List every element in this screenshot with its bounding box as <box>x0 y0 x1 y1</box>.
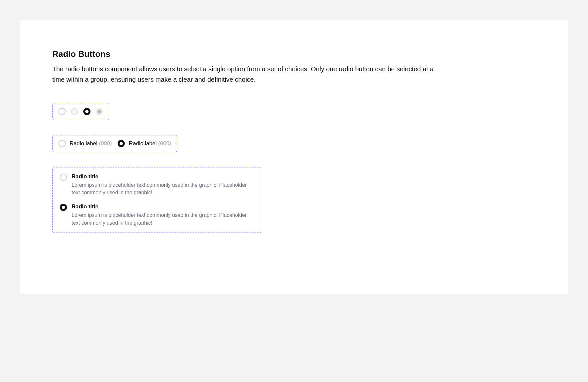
radio-label-text: Radio label <box>70 140 97 147</box>
radio-title: Radio title <box>72 203 254 210</box>
radio-label-text: Radio label <box>129 140 156 147</box>
radio-checked-disabled <box>96 108 103 115</box>
radio-option-1[interactable]: Radio label (000) <box>58 140 112 147</box>
radio-icon <box>60 204 67 211</box>
radio-label-count: (000) <box>99 140 112 147</box>
radio-titled-option-2[interactable]: Radio title Lorem ipsum is placeholder t… <box>60 203 254 226</box>
radio-label: Radio label (000) <box>129 140 171 147</box>
page-description: The radio buttons component allows users… <box>52 64 444 85</box>
radio-text-block: Radio title Lorem ipsum is placeholder t… <box>72 203 254 226</box>
radio-text-block: Radio title Lorem ipsum is placeholder t… <box>72 173 254 196</box>
page-title: Radio Buttons <box>52 49 536 59</box>
radio-icon <box>58 140 66 147</box>
radio-titled-option-1[interactable]: Radio title Lorem ipsum is placeholder t… <box>60 173 254 196</box>
radio-sublabel: Lorem ipsum is placeholder text commonly… <box>72 181 254 196</box>
radio-label-count: (000) <box>158 140 171 147</box>
radio-icon <box>60 174 67 181</box>
radio-unchecked-disabled <box>71 108 78 115</box>
radio-label: Radio label (000) <box>70 140 112 147</box>
radio-title: Radio title <box>72 173 254 180</box>
radio-unchecked[interactable] <box>58 108 66 115</box>
radio-sublabel: Lorem ipsum is placeholder text commonly… <box>72 211 254 226</box>
radio-option-2[interactable]: Radio label (000) <box>118 140 171 147</box>
radio-titled-group: Radio title Lorem ipsum is placeholder t… <box>52 167 261 233</box>
radio-icon <box>118 140 125 147</box>
radio-states-group <box>52 103 109 120</box>
radio-checked[interactable] <box>83 108 90 115</box>
spec-card: Radio Buttons The radio buttons componen… <box>20 20 568 294</box>
radio-labeled-group: Radio label (000) Radio label (000) <box>52 135 177 152</box>
